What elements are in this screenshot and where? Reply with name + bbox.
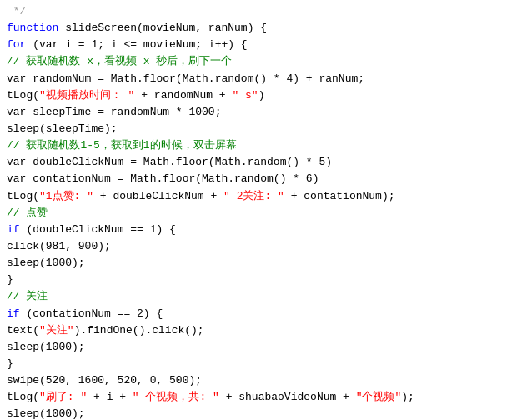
code-line: // 点赞 — [7, 205, 525, 222]
code-line: if (doubleClickNum == 1) { — [7, 222, 525, 238]
code-line: text("关注").findOne().click(); — [7, 322, 525, 339]
code-line: sleep(1000); — [7, 406, 525, 419]
code-line: tLog("1点赞: " + doubleClickNum + " 2关注: "… — [7, 188, 525, 205]
code-line: if (contationNum == 2) { — [7, 306, 525, 322]
code-line: tLog("视频播放时间： " + randomNum + " s") — [7, 87, 525, 104]
code-line: var randomNum = Math.floor(Math.random()… — [7, 71, 525, 87]
code-line: sleep(sleepTime); — [7, 121, 525, 137]
code-line: } — [7, 272, 525, 288]
code-line: sleep(1000); — [7, 255, 525, 272]
code-line: // 获取随机数 x，看视频 x 秒后，刷下一个 — [7, 53, 525, 70]
code-line: // 关注 — [7, 288, 525, 305]
code-line: click(981, 900); — [7, 238, 525, 255]
code-line: function slideScreen(movieNum, ranNum) { — [7, 20, 525, 37]
code-line: for (var i = 1; i <= movieNum; i++) { — [7, 37, 525, 53]
code-line: var sleepTime = randomNum * 1000; — [7, 104, 525, 121]
code-line: } — [7, 356, 525, 372]
code-line: var doubleClickNum = Math.floor(Math.ran… — [7, 154, 525, 171]
code-line: tLog("刷了: " + i + " 个视频，共: " + shuabaoVi… — [7, 389, 525, 406]
code-line: // 获取随机数1-5，获取到1的时候，双击屏幕 — [7, 137, 525, 154]
code-line: var contationNum = Math.floor(Math.rando… — [7, 171, 525, 187]
code-line: */ — [7, 3, 525, 20]
code-editor: */ function slideScreen(movieNum, ranNum… — [0, 0, 532, 419]
code-line: sleep(1000); — [7, 339, 525, 356]
code-line: swipe(520, 1600, 520, 0, 500); — [7, 372, 525, 389]
